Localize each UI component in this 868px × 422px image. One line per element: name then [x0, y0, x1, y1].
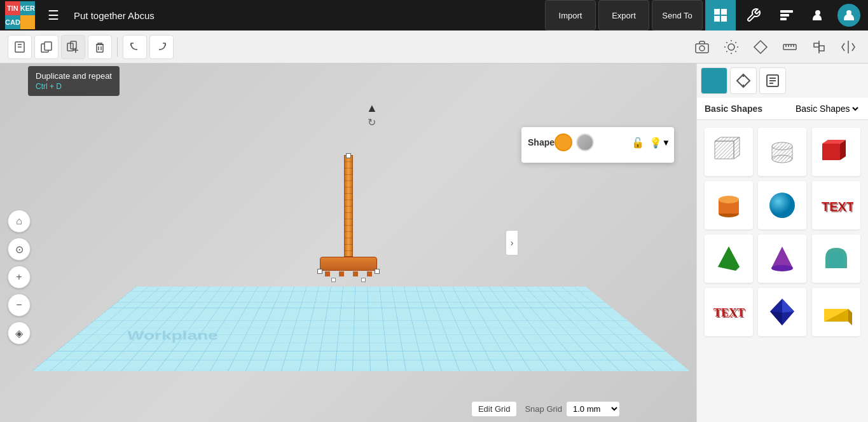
handle-bl[interactable]	[317, 269, 322, 274]
shape-item-cone[interactable]	[758, 235, 806, 283]
mirror-button[interactable]	[836, 35, 860, 59]
3d-scene[interactable]: ▲ ↻ Workplane	[0, 64, 696, 422]
selection-handle-top[interactable]	[346, 153, 351, 158]
shapes-dropdown: Basic Shapes Basic Shapes Letters Math F…	[697, 98, 868, 120]
right-panel: Basic Shapes Basic Shapes Letters Math F…	[696, 64, 868, 422]
svg-rect-23	[696, 44, 708, 53]
shape-item-cylinder[interactable]	[705, 181, 753, 229]
shape-panel: Shape 🔓 💡 ▼	[521, 127, 674, 163]
new-button[interactable]	[8, 35, 32, 59]
zoom-out-button[interactable]: −	[8, 294, 31, 316]
shape-item-pyramid[interactable]	[705, 235, 753, 283]
top-nav-right: Import Export Send To	[545, 0, 863, 31]
shape-item-diamond[interactable]	[758, 288, 806, 336]
snap-select[interactable]: 0.1 mm 0.25 mm 0.5 mm 1.0 mm 2.0 mm 5.0 …	[566, 401, 620, 417]
light-button[interactable]	[719, 35, 743, 59]
project-title: Put together Abcus	[74, 10, 540, 21]
abacus-base	[320, 257, 377, 271]
views-button[interactable]: ◈	[8, 322, 31, 344]
delete-button[interactable]	[88, 35, 112, 59]
compass-arrow: ▲ ↻	[366, 102, 378, 128]
selector-button[interactable]	[748, 35, 773, 59]
viewport[interactable]: FRONT ⌂ ⊙ + − ◈ ▲ ↻ Workplane	[0, 64, 696, 422]
svg-marker-75	[771, 247, 793, 268]
shape-item-cylinder-hole[interactable]	[758, 128, 806, 176]
panel-collapse-edge[interactable]: ›	[506, 230, 518, 255]
color-solid-swatch[interactable]	[555, 133, 572, 151]
svg-point-7	[815, 10, 820, 15]
handle-br[interactable]	[375, 269, 380, 274]
bottom-controls: Edit Grid Snap Grid 0.1 mm 0.25 mm 0.5 m…	[471, 401, 620, 417]
import-button[interactable]: Import	[545, 0, 596, 31]
handle-right[interactable]	[361, 278, 366, 282]
codeblocks-button[interactable]	[771, 0, 802, 31]
add-user-button[interactable]	[804, 0, 835, 31]
lock-icon-button[interactable]: 🔓	[631, 137, 644, 149]
svg-rect-35	[783, 44, 796, 50]
svg-rect-1	[721, 9, 727, 15]
svg-rect-45	[715, 75, 720, 80]
redo-button[interactable]	[149, 35, 174, 59]
logo-cad: CAD	[5, 15, 20, 29]
send-to-button[interactable]: Send To	[652, 0, 703, 31]
svg-marker-80	[782, 299, 794, 313]
fit-view-button[interactable]: ⊙	[8, 238, 31, 261]
profile-button[interactable]	[837, 4, 860, 27]
svg-rect-4	[780, 10, 793, 13]
shape-item-arch[interactable]	[812, 235, 860, 283]
panel-collapse-button[interactable]: ▼	[662, 138, 670, 147]
view-icon-ruler[interactable]	[730, 67, 757, 94]
tinkercad-logo[interactable]: TIN KER CAD	[5, 1, 33, 29]
edit-grid-button[interactable]: Edit Grid	[471, 401, 518, 417]
selection-handles	[317, 269, 380, 274]
workplane-grid[interactable]	[32, 287, 690, 371]
zoom-in-button[interactable]: +	[8, 266, 31, 289]
handle-left[interactable]	[331, 278, 336, 282]
camera-button[interactable]	[690, 35, 714, 59]
svg-rect-6	[780, 18, 787, 20]
abacus-object[interactable]	[320, 155, 377, 282]
view-icon-notes[interactable]	[759, 67, 786, 94]
toolbar	[0, 31, 868, 64]
svg-line-33	[735, 42, 736, 43]
main-content: FRONT ⌂ ⊙ + − ◈ ▲ ↻ Workplane	[0, 64, 868, 422]
color-hole-swatch[interactable]	[576, 133, 594, 151]
shape-panel-title: Shape	[528, 137, 555, 147]
duplicate-repeat-button[interactable]	[61, 35, 85, 59]
toolbar-right	[690, 35, 860, 59]
selection-corner-handles	[331, 278, 366, 282]
shape-item-text[interactable]: TEXT TEXT	[812, 181, 860, 229]
svg-rect-46	[708, 81, 713, 86]
view-icon-grid[interactable]	[701, 67, 727, 94]
snap-control: Snap Grid 0.1 mm 0.25 mm 0.5 mm 1.0 mm 2…	[525, 401, 620, 417]
svg-text:TEXT: TEXT	[715, 308, 746, 320]
list-view-button[interactable]: ☰	[38, 0, 69, 31]
home-view-button[interactable]: ⌂	[8, 210, 31, 233]
align-button[interactable]	[807, 35, 831, 59]
svg-marker-81	[770, 311, 782, 325]
shapes-select[interactable]: Basic Shapes Letters Math Featured	[793, 103, 860, 114]
svg-rect-41	[814, 43, 819, 47]
export-button[interactable]: Export	[598, 0, 649, 31]
copy-button[interactable]	[34, 35, 59, 59]
svg-rect-2	[714, 16, 720, 22]
svg-point-69	[719, 196, 739, 203]
shape-item-box-hole[interactable]	[705, 128, 753, 176]
grid-view-button[interactable]	[705, 0, 736, 31]
shape-item-wedge[interactable]	[812, 288, 860, 336]
svg-point-70	[769, 193, 795, 218]
shape-item-sphere[interactable]	[758, 181, 806, 229]
snap-label: Snap Grid	[525, 404, 562, 414]
undo-button[interactable]	[123, 35, 147, 59]
svg-line-29	[735, 51, 736, 51]
tinker-button[interactable]	[738, 0, 769, 31]
logo-ker: KER	[20, 1, 35, 15]
shape-panel-header: Shape 🔓 💡 ▼	[528, 133, 668, 151]
shape-item-text3d[interactable]: TEXT TEXT	[705, 288, 753, 336]
shape-item-box[interactable]	[812, 128, 860, 176]
ruler-button[interactable]	[778, 35, 802, 59]
toolbar-separator-1	[117, 37, 118, 57]
info-icon-button[interactable]: 💡	[649, 137, 662, 149]
svg-marker-34	[754, 41, 767, 53]
shape-colors	[555, 133, 594, 151]
